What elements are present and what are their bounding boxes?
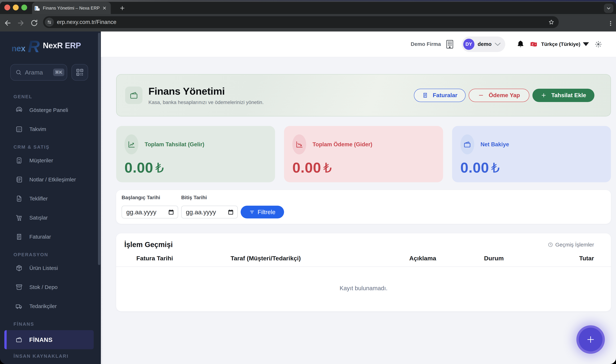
sidebar-item-notlar[interactable]: Notlar / Etkileşimler (0, 170, 101, 189)
pay-button[interactable]: Ödeme Yap (469, 89, 529, 102)
sidebar-item-label: Satışlar (29, 215, 48, 221)
tab-title: Finans Yönetimi – Nexa ERP (43, 6, 100, 11)
app-frame: R nex NexR ERP Arama ⌘K (0, 31, 616, 364)
theme-toggle-sun-icon[interactable] (594, 40, 602, 48)
currency-symbol: ₺ (491, 160, 500, 176)
filter-card: Başlangıç Tarihi gg.aa.yyyy Bitiş Tarihi (116, 190, 611, 224)
notifications-bell-icon[interactable] (516, 39, 525, 49)
new-tab-button[interactable] (120, 5, 125, 11)
transactions-card: İşlem Geçmişi Geçmiş İşlemler Fatura Tar… (116, 233, 611, 311)
wallet-icon (463, 140, 471, 149)
start-date-label: Başlangıç Tarihi (122, 195, 178, 203)
empty-state-text: Kayıt bulunamadı. (116, 267, 611, 310)
sidebar-scrollbar[interactable] (98, 33, 100, 265)
filter-button[interactable]: Filtrele (241, 206, 284, 219)
button-label: Ödeme Yap (489, 92, 520, 99)
sidebar-item-takvim[interactable]: Takvim (0, 120, 101, 139)
history-link[interactable]: Geçmiş İşlemler (548, 242, 594, 248)
stat-amount: 0.00 (460, 159, 489, 176)
app-header: Demo Firma DY demo (101, 31, 616, 57)
language-selector[interactable]: Türkçe (Türkiye) (541, 41, 580, 47)
add-collection-button[interactable]: Tahsilat Ekle (533, 89, 594, 102)
hero-wallet-badge (125, 87, 142, 104)
stat-card-balance: Net Bakiye 0.00₺ (452, 126, 611, 182)
sidebar-item-musteriler[interactable]: Müşteriler (0, 151, 101, 170)
wallet-badge (460, 134, 474, 154)
section-label-finans: FİNANS (14, 320, 101, 328)
logo[interactable]: R nex NexR ERP (0, 31, 101, 59)
clock-icon (548, 242, 553, 247)
add-button-fab[interactable] (579, 328, 602, 351)
tab-search-button[interactable] (604, 4, 613, 13)
search-shortcut-badge: ⌘K (53, 68, 64, 76)
browser-tab[interactable]: Finans Yönetimi – Nexa ERP (32, 2, 111, 14)
currency-symbol: ₺ (323, 160, 332, 176)
sidebar-item-label: FİNANS (29, 336, 53, 343)
user-menu[interactable]: DY demo (462, 37, 505, 52)
archive-icon (15, 284, 23, 291)
sidebar-item-faturalar[interactable]: Faturalar (0, 227, 101, 246)
site-settings-icon[interactable] (45, 18, 54, 27)
button-label: Faturalar (433, 92, 457, 99)
column-header[interactable]: Tutar (517, 255, 594, 262)
tab-close-icon[interactable] (102, 6, 107, 10)
turkish-flag-icon (530, 41, 537, 48)
sidebar-item-tedarikciler[interactable]: Tedarikçiler (0, 297, 101, 316)
page-subtitle: Kasa, banka hesaplarınızı ve ödemelerini… (149, 100, 414, 105)
stat-value: 0.00₺ (292, 159, 435, 176)
plus-icon (586, 335, 595, 344)
logo-mark: R nex (12, 36, 40, 55)
sidebar-item-finans[interactable]: FİNANS (4, 330, 94, 349)
reload-button[interactable] (29, 18, 40, 28)
sidebar-item-urun-listesi[interactable]: Ürün Listesi (0, 259, 101, 278)
stat-value: 0.00₺ (124, 159, 267, 176)
sidebar-search-input[interactable]: Arama ⌘K (10, 64, 67, 81)
minimize-window-button[interactable] (13, 4, 19, 11)
sidebar-item-label: Notlar / Etkileşimler (29, 177, 76, 183)
table-header-row: Fatura Tarihi Taraf (Müşteri/Tedarikçi) … (116, 255, 611, 262)
bookmark-star-icon[interactable] (548, 19, 554, 25)
qr-scan-button[interactable] (71, 64, 88, 81)
trending-up-icon (127, 140, 136, 149)
address-bar[interactable]: erp.nexy.com.tr/Finance (43, 16, 559, 28)
start-date-input[interactable]: gg.aa.yyyy (122, 206, 178, 219)
column-header[interactable]: Taraf (Müşteri/Tedarikçi) (231, 255, 375, 262)
zoom-window-button[interactable] (21, 4, 27, 11)
document-icon (15, 195, 23, 202)
stat-amount: 0.00 (124, 159, 153, 176)
page-content: Finans Yönetimi Kasa, banka hesaplarınız… (101, 57, 616, 311)
traffic-lights (4, 4, 27, 11)
building-icon[interactable] (445, 40, 454, 49)
calendar-icon[interactable] (228, 209, 234, 215)
section-label-insan-kaynaklari: İNSAN KAYNAKLARI (14, 352, 101, 360)
sidebar-item-teklifler[interactable]: Teklifler (0, 189, 101, 208)
plus-icon (541, 92, 547, 98)
stat-card-expense: Toplam Ödeme (Gider) 0.00₺ (284, 126, 443, 182)
sidebar: R nex NexR ERP Arama ⌘K (0, 31, 101, 364)
logo-r-glyph: R (28, 37, 40, 56)
sidebar-item-satislar[interactable]: Satışlar (0, 208, 101, 227)
forward-button[interactable] (15, 18, 26, 28)
currency-symbol: ₺ (155, 160, 164, 176)
minus-icon (478, 92, 484, 98)
close-window-button[interactable] (4, 4, 10, 11)
trending-up-badge (124, 134, 138, 154)
end-date-input[interactable]: gg.aa.yyyy (181, 206, 238, 219)
stat-label: Toplam Tahsilat (Gelir) (145, 141, 204, 148)
url-text[interactable]: erp.nexy.com.tr/Finance (57, 19, 548, 25)
column-header[interactable]: Fatura Tarihi (124, 255, 231, 262)
hero-card: Finans Yönetimi Kasa, banka hesaplarınız… (116, 74, 611, 117)
column-header[interactable]: Durum (471, 255, 517, 262)
sidebar-item-gosterge-paneli[interactable]: Gösterge Paneli (0, 101, 101, 120)
column-header[interactable]: Açıklama (375, 255, 471, 262)
back-button[interactable] (2, 18, 13, 28)
calendar-icon[interactable] (168, 209, 174, 215)
filter-lines-icon (249, 209, 255, 215)
browser-menu-icon[interactable] (608, 18, 614, 29)
date-placeholder: gg.aa.yyyy (186, 208, 228, 216)
trending-down-badge (292, 134, 306, 154)
invoices-button[interactable]: Faturalar (414, 89, 465, 102)
sidebar-item-stok-depo[interactable]: Stok / Depo (0, 278, 101, 297)
sidebar-item-label: Teklifler (29, 195, 48, 202)
browser-toolbar: erp.nexy.com.tr/Finance (0, 14, 616, 31)
